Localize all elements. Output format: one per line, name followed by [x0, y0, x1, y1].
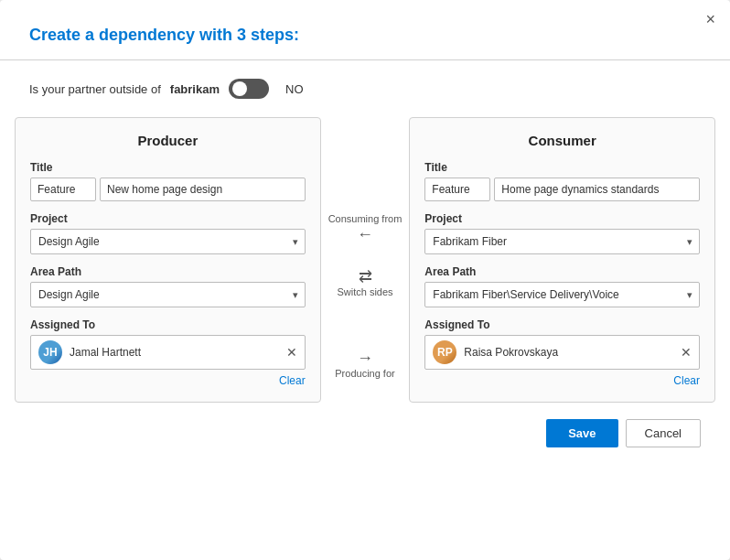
- toggle-label: NO: [285, 82, 304, 96]
- consumer-area-label: Area Path: [424, 265, 700, 278]
- consumer-area-select-wrap: Fabrikam Fiber\Service Delivery\Voice ▾: [424, 282, 700, 307]
- producer-clear-button[interactable]: Clear: [279, 374, 306, 387]
- producer-clear-link: Clear: [30, 373, 306, 387]
- switch-sides-label: Switch sides: [337, 286, 392, 298]
- producing-block: → Producing for: [335, 349, 394, 380]
- consumer-area-select[interactable]: Fabrikam Fiber\Service Delivery\Voice: [424, 282, 700, 307]
- consumer-assigned-name: Raisa Pokrovskaya: [464, 346, 558, 359]
- producer-panel: Producer Title Project Design Agile ▾ Ar…: [15, 117, 321, 403]
- save-button[interactable]: Save: [546, 419, 617, 447]
- producer-project-select-wrap: Design Agile ▾: [30, 229, 306, 254]
- consumer-assigned-box: RP Raisa Pokrovskaya ✕: [424, 335, 700, 370]
- producer-assigned-box: JH Jamal Hartnett ✕: [30, 335, 306, 370]
- producer-area-label: Area Path: [30, 265, 306, 278]
- columns-area: Producer Title Project Design Agile ▾ Ar…: [0, 117, 730, 403]
- producer-area-select-wrap: Design Agile ▾: [30, 282, 306, 307]
- divider: [0, 59, 730, 60]
- cancel-button[interactable]: Cancel: [626, 419, 701, 447]
- consumer-title-type[interactable]: [424, 178, 490, 201]
- producer-assigned-user: JH Jamal Hartnett: [38, 340, 141, 364]
- producer-avatar: JH: [38, 340, 62, 364]
- middle-column: Consuming from ← ⇄ Switch sides → Produc…: [321, 117, 410, 403]
- consumer-clear-link: Clear: [424, 373, 700, 387]
- consuming-block: Consuming from ←: [328, 213, 403, 244]
- consumer-title-label: Title: [424, 161, 700, 174]
- consumer-title-row: [424, 178, 700, 201]
- consumer-title-input[interactable]: [494, 178, 700, 201]
- consumer-project-label: Project: [424, 212, 700, 225]
- consuming-arrow-icon: ←: [357, 225, 373, 244]
- consumer-panel-title: Consumer: [424, 133, 700, 148]
- close-button[interactable]: ×: [705, 11, 715, 27]
- producing-label: Producing for: [335, 368, 394, 380]
- producer-project-label: Project: [30, 212, 306, 225]
- producer-project-select[interactable]: Design Agile: [30, 229, 306, 254]
- producer-assigned-clear-x[interactable]: ✕: [286, 345, 297, 360]
- consumer-avatar: RP: [433, 340, 456, 364]
- footer: Save Cancel: [0, 403, 730, 447]
- producer-title-type[interactable]: [30, 178, 96, 201]
- switch-sides-icon: ⇄: [359, 266, 372, 286]
- create-dependency-dialog: × Create a dependency with 3 steps: Is y…: [0, 0, 730, 560]
- producer-title-input[interactable]: [100, 178, 306, 201]
- consumer-clear-button[interactable]: Clear: [673, 374, 700, 387]
- partner-label: Is your partner outside of: [29, 82, 161, 96]
- toggle-knob: [232, 81, 247, 96]
- consumer-panel: Consumer Title Project Fabrikam Fiber ▾ …: [409, 117, 715, 403]
- producer-title-row: [30, 178, 306, 201]
- consuming-label: Consuming from: [328, 213, 403, 225]
- producer-area-select[interactable]: Design Agile: [30, 282, 306, 307]
- producer-title-label: Title: [30, 161, 306, 174]
- outside-partner-toggle[interactable]: [229, 79, 269, 99]
- org-name: fabrikam: [170, 82, 220, 96]
- consumer-project-select-wrap: Fabrikam Fiber ▾: [424, 229, 700, 254]
- producer-panel-title: Producer: [30, 133, 306, 148]
- dialog-title: Create a dependency with 3 steps:: [0, 0, 730, 59]
- producer-assigned-label: Assigned To: [30, 318, 306, 331]
- toggle-track[interactable]: [229, 79, 269, 99]
- producer-assigned-name: Jamal Hartnett: [70, 346, 141, 359]
- partner-row: Is your partner outside of fabrikam NO: [0, 79, 730, 117]
- producing-arrow-icon: →: [357, 349, 373, 368]
- consumer-assigned-label: Assigned To: [424, 318, 700, 331]
- consumer-assigned-user: RP Raisa Pokrovskaya: [433, 340, 558, 364]
- consumer-assigned-clear-x[interactable]: ✕: [681, 345, 692, 360]
- switch-block[interactable]: ⇄ Switch sides: [337, 266, 392, 298]
- consumer-project-select[interactable]: Fabrikam Fiber: [424, 229, 700, 254]
